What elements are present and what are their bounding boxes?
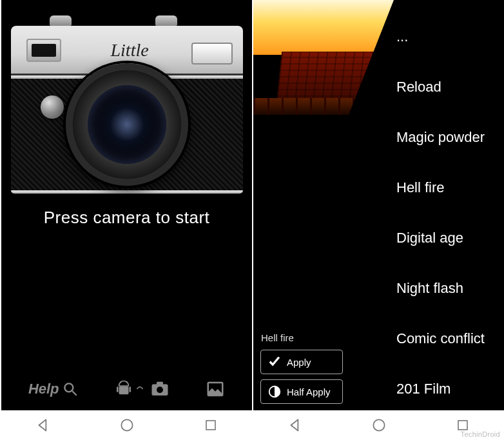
right-panel: Hell fire Apply Half Apply ... Reload Ma… <box>252 0 504 440</box>
filter-item-night-flash[interactable]: Night flash <box>394 263 504 314</box>
svg-rect-15 <box>458 421 467 430</box>
filter-item-reload[interactable]: Reload <box>394 62 504 112</box>
help-button[interactable]: Help <box>28 381 79 397</box>
check-icon <box>267 355 282 369</box>
preview-image[interactable] <box>253 0 394 115</box>
android-icon <box>114 379 133 399</box>
filter-item-201-film[interactable]: 201 Film <box>394 364 504 414</box>
svg-point-14 <box>374 419 385 430</box>
svg-point-2 <box>121 384 122 385</box>
camera-image[interactable]: Little <box>11 26 243 194</box>
gallery-icon <box>206 379 225 399</box>
flash-icon <box>191 43 233 65</box>
camera-brand-label: Little <box>111 40 149 61</box>
nav-home-icon[interactable] <box>119 417 135 434</box>
gallery-button[interactable] <box>206 379 225 399</box>
svg-point-0 <box>64 383 73 392</box>
android-navbar: TechinDroid <box>253 410 504 440</box>
filter-item-hell-fire[interactable]: Hell fire <box>394 163 504 213</box>
help-label: Help <box>28 381 59 397</box>
filter-list[interactable]: ... Reload Magic powder Hell fire Digita… <box>394 0 504 410</box>
half-contrast-icon <box>267 385 282 399</box>
rewind-knob-icon <box>41 95 64 119</box>
svg-point-9 <box>157 386 163 393</box>
apply-label: Apply <box>287 357 311 368</box>
half-apply-label: Half Apply <box>287 386 331 397</box>
current-filter-label: Hell fire <box>253 330 394 347</box>
nav-recent-icon[interactable] <box>203 417 218 433</box>
filter-item-more[interactable]: ... <box>394 12 504 62</box>
svg-line-1 <box>72 391 77 395</box>
android-navbar <box>1 410 252 440</box>
link-icon <box>136 385 148 394</box>
svg-point-3 <box>126 384 127 385</box>
search-icon <box>62 381 79 397</box>
filter-item-digital-age[interactable]: Digital age <box>394 213 504 263</box>
left-panel: Little Press camera to start Help <box>0 0 252 440</box>
svg-rect-4 <box>119 386 129 395</box>
watermark-text: TechinDroid <box>461 430 500 438</box>
nav-back-icon[interactable] <box>287 417 304 434</box>
android-cam-button[interactable] <box>114 379 170 399</box>
svg-rect-8 <box>157 382 163 385</box>
svg-rect-5 <box>117 386 119 392</box>
nav-home-icon[interactable] <box>371 417 387 434</box>
viewfinder-icon <box>26 39 61 62</box>
svg-rect-12 <box>206 421 215 430</box>
svg-rect-6 <box>130 386 131 392</box>
lens-icon <box>66 63 188 186</box>
start-instruction-text: Press camera to start <box>44 208 210 228</box>
half-apply-button[interactable]: Half Apply <box>260 379 343 404</box>
svg-point-11 <box>122 419 133 430</box>
filter-item-magic-powder[interactable]: Magic powder <box>394 112 504 163</box>
filter-item-comic-conflict[interactable]: Comic conflict <box>394 314 504 364</box>
camera-icon <box>150 381 170 397</box>
nav-back-icon[interactable] <box>35 417 52 434</box>
apply-button[interactable]: Apply <box>260 350 343 374</box>
